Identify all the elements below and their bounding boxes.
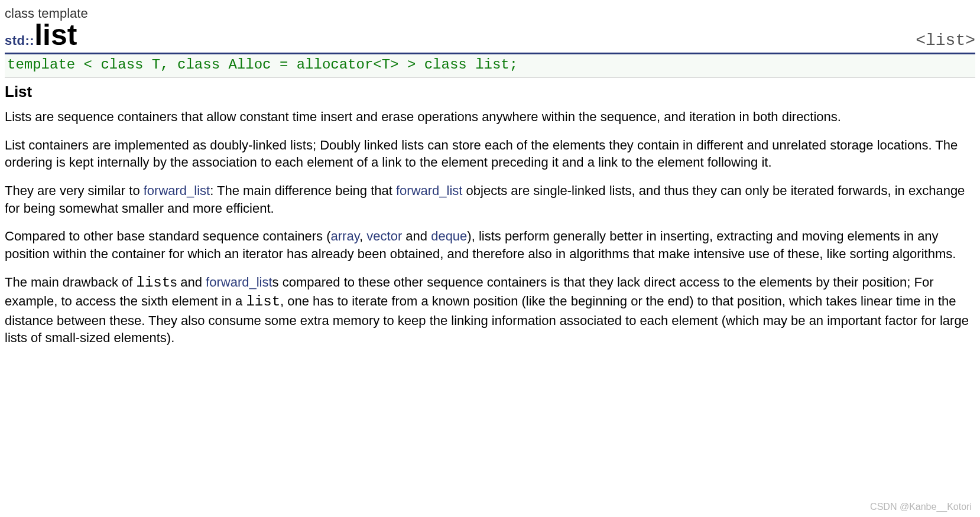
link-forward-list[interactable]: forward_list (206, 275, 272, 290)
link-deque[interactable]: deque (431, 229, 467, 243)
text: Compared to other base standard sequence… (5, 229, 331, 243)
link-forward-list[interactable]: forward_list (144, 183, 210, 198)
text: The main drawback of (5, 275, 137, 290)
text: , (359, 229, 366, 243)
paragraph-forward-list: They are very similar to forward_list: T… (5, 182, 975, 217)
class-name: list (34, 18, 77, 51)
link-array[interactable]: array (331, 229, 360, 243)
text: : The main difference being that (210, 183, 396, 198)
header-include: <list> (916, 30, 975, 52)
link-forward-list[interactable]: forward_list (396, 183, 462, 198)
text: They are very similar to (5, 183, 144, 198)
section-title: List (5, 82, 975, 102)
paragraph-drawback: The main drawback of lists and forward_l… (5, 274, 975, 347)
mono-list: list (137, 275, 171, 291)
text: and (402, 229, 431, 243)
paragraph-intro: Lists are sequence containers that allow… (5, 108, 975, 126)
paragraph-impl: List containers are implemented as doubl… (5, 136, 975, 171)
namespace: std:: (5, 33, 34, 48)
mono-list: list (246, 294, 280, 310)
text: s and (170, 275, 206, 290)
title-left: std::list (5, 20, 77, 50)
link-vector[interactable]: vector (366, 229, 402, 243)
template-declaration: template < class T, class Alloc = alloca… (5, 54, 975, 77)
paragraph-compared: Compared to other base standard sequence… (5, 227, 975, 262)
title-row: std::list <list> (5, 20, 975, 55)
